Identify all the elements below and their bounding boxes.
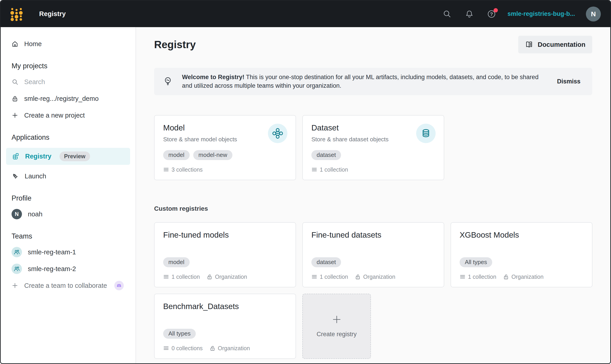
collections-count: 3 collections <box>172 166 203 173</box>
custom-registries-heading: Custom registries <box>154 205 592 212</box>
sidebar-item-label: Home <box>24 40 42 48</box>
type-tag: All types <box>460 257 492 267</box>
banner-highlight: Welcome to Registry! <box>182 74 244 80</box>
team-avatar <box>12 264 22 274</box>
help-icon[interactable]: ? <box>487 9 497 19</box>
card-title: Fine-tuned datasets <box>311 230 435 239</box>
alert-badge-dot <box>494 8 498 13</box>
documentation-label: Documentation <box>538 41 585 48</box>
team-people-icon <box>14 266 20 272</box>
collections-count: 1 collection <box>320 273 348 280</box>
org-name-link[interactable]: smle-registries-bug-b... <box>507 10 575 17</box>
banner-text: Welcome to Registry! This is your one-st… <box>182 73 548 90</box>
dismiss-button[interactable]: Dismiss <box>557 78 584 85</box>
create-team-label: Create a team to collaborate <box>24 282 107 289</box>
unlock-icon <box>207 274 213 280</box>
svg-text:?: ? <box>490 11 493 17</box>
sidebar-heading-my-projects: My projects <box>12 62 125 70</box>
team-people-icon <box>14 249 20 255</box>
user-avatar[interactable]: N <box>586 7 601 22</box>
sidebar-item-team-2[interactable]: smle-reg-team-2 <box>12 263 125 274</box>
book-icon <box>525 40 533 49</box>
sidebar-heading-applications: Applications <box>12 133 125 142</box>
plus-icon <box>12 112 18 119</box>
custom-registry-card-benchmark-datasets[interactable]: Benchmark_Datasets All types 0 collectio… <box>154 294 296 359</box>
unlock-icon <box>503 274 509 280</box>
plus-icon <box>332 314 342 325</box>
sidebar-item-label: Registry <box>25 153 51 160</box>
sidebar-heading-teams: Teams <box>12 232 125 240</box>
custom-registry-card-fine-tuned-datasets[interactable]: Fine-tuned datasets dataset 1 collection… <box>302 222 444 287</box>
sidebar: Home My projects smle-reg.../registry_de… <box>1 27 136 363</box>
search-icon[interactable] <box>442 9 452 19</box>
visibility-label: Organization <box>511 273 543 280</box>
sidebar-item-label: Launch <box>25 172 46 180</box>
sidebar-item-team-1[interactable]: smle-reg-team-1 <box>12 247 125 258</box>
collections-icon <box>163 345 169 351</box>
lock-icon <box>12 95 18 102</box>
card-icon-circle <box>268 124 287 143</box>
team-avatar <box>12 247 22 257</box>
create-team-button[interactable]: Create a team to collaborate <box>12 280 125 291</box>
type-tag: dataset <box>311 257 341 267</box>
project-name-label: smle-reg.../registry_demo <box>24 95 99 103</box>
create-project-label: Create a new project <box>24 112 85 119</box>
collections-icon <box>460 274 465 280</box>
collections-icon <box>311 167 317 172</box>
registry-card-model[interactable]: Model Store & share model objects model … <box>154 115 296 180</box>
lightbulb-icon <box>163 76 173 87</box>
app-title: Registry <box>39 10 66 18</box>
sidebar-item-project[interactable]: smle-reg.../registry_demo <box>12 93 125 104</box>
registry-card-dataset[interactable]: Dataset Store & share dataset objects da… <box>302 115 444 180</box>
visibility-label: Organization <box>363 273 395 280</box>
collections-icon <box>163 274 169 280</box>
create-registry-label: Create registry <box>317 331 357 338</box>
dataset-database-icon <box>421 128 431 139</box>
model-icon <box>272 128 283 139</box>
sidebar-item-launch[interactable]: Launch <box>12 171 125 182</box>
team-name-label: smle-reg-team-1 <box>28 248 76 256</box>
collections-icon <box>163 167 169 172</box>
collections-count: 1 collection <box>172 273 200 280</box>
collections-count: 1 collection <box>468 273 496 280</box>
profile-avatar: N <box>12 209 22 219</box>
project-search-input[interactable] <box>24 78 92 86</box>
rocket-icon <box>12 172 19 180</box>
type-tag: model <box>163 257 190 267</box>
welcome-banner: Welcome to Registry! This is your one-st… <box>154 68 592 95</box>
unlock-icon <box>355 274 361 280</box>
create-registry-button[interactable]: Create registry <box>302 294 371 359</box>
collections-count: 1 collection <box>320 166 348 173</box>
type-tag: model-new <box>193 150 232 160</box>
documentation-button[interactable]: Documentation <box>518 36 592 53</box>
plus-icon <box>12 282 18 289</box>
crown-icon <box>117 283 122 288</box>
notifications-bell-icon[interactable] <box>464 9 474 19</box>
wandb-logo-icon[interactable] <box>10 7 23 21</box>
app-window: Registry ? smle-registries-bug-b... N Ho… <box>0 0 611 364</box>
custom-registry-card-xgboost-models[interactable]: XGBoost Models All types 1 collection Or… <box>450 222 592 287</box>
type-tag: dataset <box>311 150 341 160</box>
team-name-label: smle-reg-team-2 <box>28 265 76 273</box>
type-tag: model <box>163 150 190 160</box>
sidebar-item-profile-noah[interactable]: N noah <box>12 209 125 220</box>
visibility-label: Organization <box>218 345 250 351</box>
page-title: Registry <box>154 39 196 51</box>
sidebar-heading-profile: Profile <box>12 194 125 202</box>
collections-count: 0 collections <box>172 345 203 351</box>
create-project-button[interactable]: Create a new project <box>12 110 125 121</box>
premium-crown-chip <box>114 281 124 290</box>
top-navbar: Registry ? smle-registries-bug-b... N <box>1 1 610 27</box>
sidebar-item-home[interactable]: Home <box>12 39 125 49</box>
unlock-icon <box>210 345 216 351</box>
collections-icon <box>311 274 317 280</box>
card-title: XGBoost Models <box>460 230 584 239</box>
type-tag: All types <box>163 329 196 339</box>
main-content: Registry Documentation Welcome to Reg <box>136 27 610 363</box>
sidebar-item-registry[interactable]: Registry Preview <box>6 148 130 165</box>
card-title: Benchmark_Datasets <box>163 302 287 311</box>
custom-registry-card-fine-tuned-models[interactable]: Fine-tuned models model 1 collection Org… <box>154 222 296 287</box>
visibility-label: Organization <box>215 273 247 280</box>
profile-name-label: noah <box>28 210 42 218</box>
registry-grid-icon <box>12 153 19 160</box>
